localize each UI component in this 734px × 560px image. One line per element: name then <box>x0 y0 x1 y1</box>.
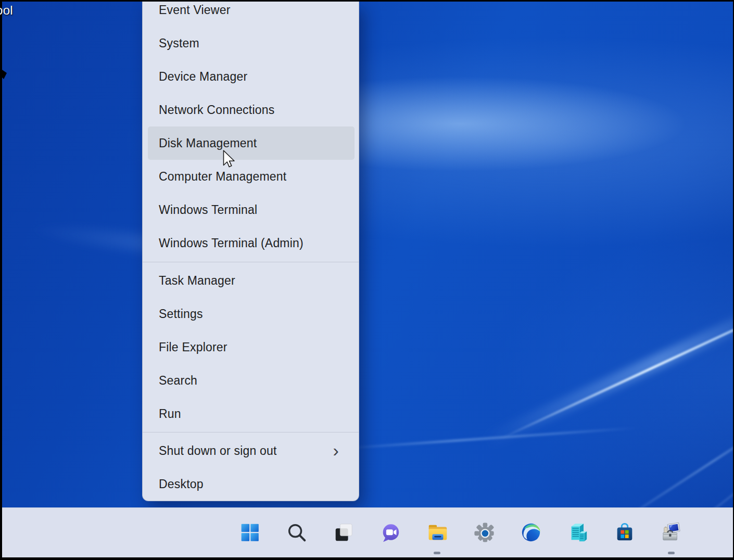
desktop-icon-label-fragment: ool <box>0 3 13 18</box>
wallpaper-light-streak <box>500 310 733 440</box>
mouse-cursor <box>223 150 237 171</box>
chat-icon <box>379 521 401 543</box>
chevron-right-icon: › <box>333 434 339 466</box>
microsoft-store-icon <box>614 521 636 543</box>
menu-item-label: Shut down or sign out <box>159 444 277 457</box>
menu-item-task-manager[interactable]: Task Manager <box>148 264 355 297</box>
power-user-menu: Event Viewer System Device Manager Netwo… <box>142 2 359 501</box>
edge-button[interactable] <box>516 517 546 548</box>
running-indicator-windows-tools <box>668 552 675 554</box>
menu-separator <box>143 262 359 262</box>
wallpaper-light-streak-glow <box>483 298 733 449</box>
microsoft-store-button[interactable] <box>610 517 639 548</box>
start-button[interactable] <box>235 517 264 548</box>
file-explorer-icon <box>426 521 448 543</box>
screen: ool Event Viewer System Device Manager N… <box>0 0 734 560</box>
gear-icon <box>473 521 495 543</box>
task-view-button[interactable] <box>329 517 358 548</box>
task-view-icon <box>333 521 355 543</box>
wallpaper-light-streak <box>336 427 637 450</box>
menu-item-network-connections[interactable]: Network Connections <box>148 93 355 126</box>
windows-tools-icon <box>661 521 682 543</box>
menu-item-run[interactable]: Run <box>148 397 355 430</box>
settings-button[interactable] <box>470 517 499 548</box>
server-manager-button[interactable] <box>563 517 592 548</box>
desktop-wallpaper <box>2 2 733 557</box>
menu-item-windows-terminal-admin[interactable]: Windows Terminal (Admin) <box>148 226 355 260</box>
menu-item-file-explorer[interactable]: File Explorer <box>148 330 355 364</box>
chat-button[interactable] <box>376 517 405 548</box>
server-stack-icon <box>567 521 589 543</box>
menu-item-settings[interactable]: Settings <box>148 297 355 330</box>
menu-item-device-manager[interactable]: Device Manager <box>148 60 355 93</box>
windows-logo-icon <box>239 522 260 543</box>
menu-item-desktop[interactable]: Desktop <box>148 467 355 501</box>
edge-icon <box>520 521 542 543</box>
menu-item-system[interactable]: System <box>148 27 355 60</box>
menu-separator <box>143 432 359 432</box>
taskbar <box>2 507 733 557</box>
windows-tools-button[interactable] <box>657 517 686 548</box>
menu-item-disk-management[interactable]: Disk Management <box>148 126 355 160</box>
search-icon <box>286 521 308 543</box>
menu-item-shut-down-or-sign-out[interactable]: Shut down or sign out › <box>148 434 355 467</box>
search-button[interactable] <box>282 517 311 548</box>
menu-item-event-viewer[interactable]: Event Viewer <box>148 2 355 27</box>
running-indicator-file-explorer <box>434 552 440 554</box>
file-explorer-button[interactable] <box>423 517 452 548</box>
menu-item-computer-management[interactable]: Computer Management <box>148 160 355 193</box>
menu-item-windows-terminal[interactable]: Windows Terminal <box>148 193 355 226</box>
menu-item-search[interactable]: Search <box>148 364 355 397</box>
